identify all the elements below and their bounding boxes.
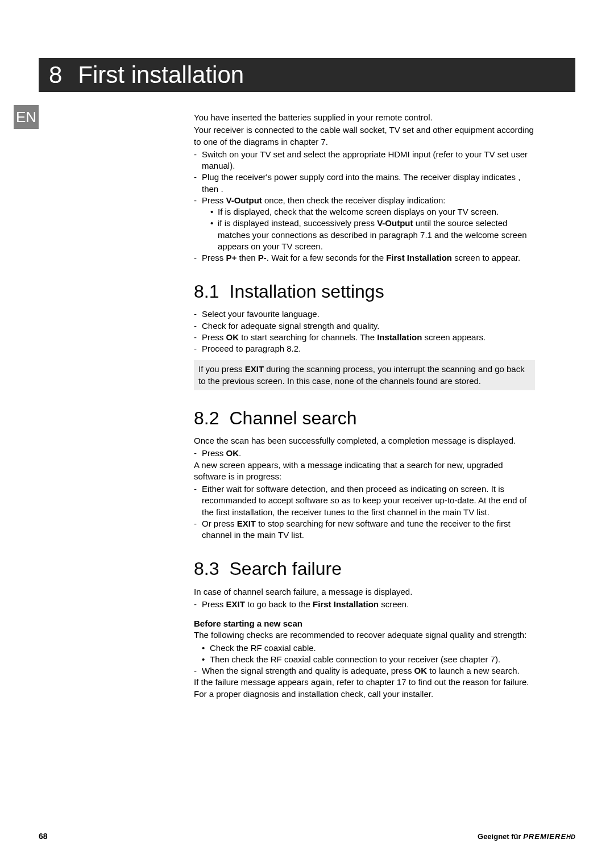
language-tab: EN xyxy=(14,105,39,129)
intro-paragraph-1: You have inserted the batteries supplied… xyxy=(194,112,535,123)
s83-p1: In case of channel search failure, a mes… xyxy=(194,586,535,598)
s81-step-2: Check for adequate signal strength and q… xyxy=(194,320,535,332)
s82-list-1: Press OK. xyxy=(194,448,535,459)
s82-step-1: Press OK. xyxy=(194,448,535,459)
s83-p3: If the failure message appears again, re… xyxy=(194,677,535,700)
section-8-3-heading: 8.3Search failure xyxy=(194,557,535,581)
intro-step-1: Switch on your TV set and select the app… xyxy=(194,149,535,172)
chapter-title: First installation xyxy=(78,61,244,89)
s81-step-3: Press OK to start searching for channels… xyxy=(194,332,535,343)
s83-bullet-2: Then check the RF coaxial cable connecti… xyxy=(202,654,535,665)
page-number: 68 xyxy=(39,832,48,841)
section-8-1-steps: Select your favourite language. Check fo… xyxy=(194,308,535,354)
s83-bullets: Check the RF coaxial cable. Then check t… xyxy=(202,642,535,666)
section-8-1-callout: If you press EXIT during the scanning pr… xyxy=(194,360,535,390)
chapter-banner: 8 First installation xyxy=(39,58,575,92)
section-8-1-heading: 8.1Installation settings xyxy=(194,279,535,304)
chapter-number: 8 xyxy=(49,61,62,89)
intro-paragraph-2: Your receiver is connected to the cable … xyxy=(194,124,535,148)
intro-step-3-sub-1: If is displayed, check that the welcome … xyxy=(202,206,535,218)
s83-list-1: Press EXIT to go back to the First Insta… xyxy=(194,599,535,610)
page-content: You have inserted the batteries supplied… xyxy=(194,112,535,701)
s82-list-2: Either wait for software detection, and … xyxy=(194,483,535,541)
s83-p2: The following checks are recommended to … xyxy=(194,629,535,641)
intro-step-3-sublist: If is displayed, check that the welcome … xyxy=(202,206,535,252)
section-8-2-heading: 8.2Channel search xyxy=(194,406,535,431)
s83-list-2: When the signal strength and quality is … xyxy=(194,665,535,677)
s82-step-2: Either wait for software detection, and … xyxy=(194,483,535,518)
s82-p2: A new screen appears, with a message ind… xyxy=(194,460,535,483)
intro-step-2: Plug the receiver's power supply cord in… xyxy=(194,172,535,195)
s81-step-4: Proceed to paragraph 8.2. xyxy=(194,343,535,354)
intro-step-3: Press V-Output once, then check the rece… xyxy=(194,195,535,252)
s81-step-1: Select your favourite language. xyxy=(194,308,535,320)
s83-step-1: Press EXIT to go back to the First Insta… xyxy=(194,599,535,610)
intro-step-3-sub-2: if is displayed instead, successively pr… xyxy=(202,218,535,252)
intro-steps: Switch on your TV set and select the app… xyxy=(194,149,535,264)
footer-brand: Geeignet für PREMIEREHD xyxy=(478,832,575,841)
s83-step-2: When the signal strength and quality is … xyxy=(194,665,535,677)
language-label: EN xyxy=(16,108,36,126)
s82-p1: Once the scan has been successfully comp… xyxy=(194,435,535,446)
s83-bullet-1: Check the RF coaxial cable. xyxy=(202,642,535,654)
intro-step-4: Press P+ then P-. Wait for a few seconds… xyxy=(194,252,535,264)
s82-step-3: Or press EXIT to stop searching for new … xyxy=(194,518,535,541)
s83-subhead: Before starting a new scan xyxy=(194,618,535,629)
